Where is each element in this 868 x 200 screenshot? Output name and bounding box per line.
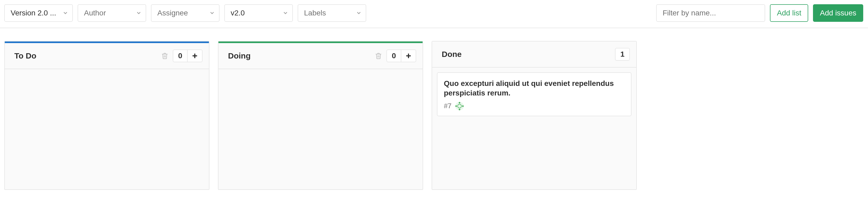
list-header: To Do 0 [5, 43, 209, 69]
list-done: Done 1 Quo excepturi aliquid ut qui even… [432, 41, 637, 190]
author-dropdown[interactable]: Author [78, 4, 146, 22]
delete-list-button[interactable] [373, 50, 384, 62]
list-count: 1 [615, 48, 630, 61]
filter-by-name-input[interactable] [656, 4, 765, 22]
list-title: Doing [228, 51, 251, 60]
chevron-down-icon [136, 10, 142, 16]
list-doing: Doing 0 [218, 41, 423, 190]
assignee-avatar[interactable] [455, 102, 464, 110]
board: To Do 0 Doing [0, 28, 868, 190]
filters-left: Version 2.0 ... Author Assignee v2.0 Lab [4, 4, 366, 22]
filters-right: Add list Add issues [656, 4, 863, 22]
add-issues-button[interactable]: Add issues [813, 4, 863, 22]
chevron-down-icon [283, 10, 288, 16]
chevron-down-icon [210, 10, 215, 16]
trash-icon [375, 52, 382, 60]
filter-bar: Version 2.0 ... Author Assignee v2.0 Lab [0, 0, 868, 28]
add-card-button[interactable] [401, 50, 416, 62]
list-title: To Do [14, 51, 36, 60]
list-header: Done 1 [432, 41, 636, 67]
labels-dropdown[interactable]: Labels [298, 4, 366, 22]
labels-dropdown-label: Labels [304, 9, 326, 17]
author-dropdown-label: Author [84, 9, 106, 17]
list-count: 0 [173, 50, 188, 62]
version-dropdown-label: Version 2.0 ... [11, 9, 56, 17]
assignee-dropdown[interactable]: Assignee [151, 4, 219, 22]
trash-icon [161, 52, 168, 60]
issue-card[interactable]: Quo excepturi aliquid ut qui eveniet rep… [437, 72, 631, 116]
issue-card-title: Quo excepturi aliquid ut qui eveniet rep… [444, 79, 625, 98]
list-body[interactable]: Quo excepturi aliquid ut qui eveniet rep… [432, 67, 636, 189]
add-list-button[interactable]: Add list [770, 4, 808, 22]
assignee-dropdown-label: Assignee [157, 9, 188, 17]
issue-card-meta: #7 [444, 102, 625, 110]
milestone-dropdown[interactable]: v2.0 [224, 4, 293, 22]
list-body[interactable] [5, 69, 209, 189]
chevron-down-icon [356, 10, 362, 16]
issue-card-id: #7 [444, 102, 452, 110]
delete-list-button[interactable] [159, 50, 170, 62]
list-body[interactable] [218, 69, 423, 189]
plus-icon [405, 53, 412, 59]
list-title: Done [442, 50, 462, 59]
plus-icon [192, 53, 198, 59]
version-dropdown[interactable]: Version 2.0 ... [4, 4, 73, 22]
list-count: 0 [386, 50, 401, 62]
chevron-down-icon [63, 10, 68, 16]
list-header: Doing 0 [218, 43, 423, 69]
list-todo: To Do 0 [4, 41, 210, 190]
add-card-button[interactable] [188, 50, 203, 62]
milestone-dropdown-label: v2.0 [231, 9, 245, 17]
